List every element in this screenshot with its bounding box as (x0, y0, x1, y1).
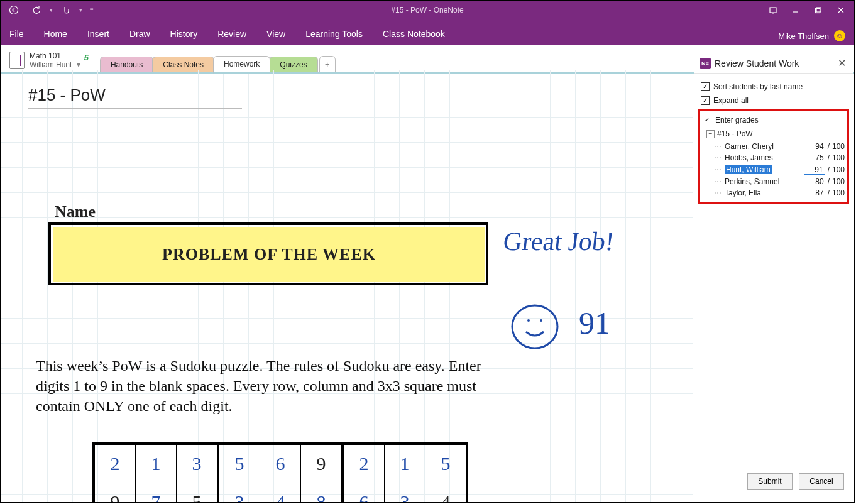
panel-title: Review Student Work (715, 58, 799, 68)
teacher-ink-message: Great Job! (502, 226, 615, 256)
restore-icon[interactable] (809, 3, 828, 18)
svg-rect-1 (770, 8, 776, 13)
teacher-ink-smile-icon (510, 302, 560, 352)
ribbon-tab-review[interactable]: Review (217, 29, 246, 39)
undo-icon[interactable] (27, 3, 46, 18)
student-row[interactable]: ⋯Hunt, William91/100 (714, 163, 845, 176)
checkbox-icon: ✓ (701, 82, 710, 91)
page-title[interactable]: #15 - PoW (28, 85, 106, 105)
grade-input[interactable]: 94 (805, 142, 825, 151)
sudoku-cell[interactable]: 5 (218, 444, 260, 483)
sudoku-cell[interactable]: 1 (136, 444, 177, 483)
grade-input[interactable]: 91 (804, 165, 825, 175)
touch-icon[interactable] (57, 3, 75, 18)
grade-max: 100 (832, 153, 845, 162)
tree-leaf-icon: ⋯ (714, 142, 722, 151)
student-name: Hunt, William (725, 165, 772, 174)
sudoku-cell[interactable]: 9 (94, 483, 136, 503)
teacher-ink-score: 91 (579, 305, 610, 341)
opt-enter-grades[interactable]: ✓ Enter grades (703, 113, 845, 127)
opt-expand-all-label: Expand all (713, 96, 749, 105)
ribbon-tab-draw[interactable]: Draw (129, 29, 150, 39)
sudoku-cell[interactable]: 6 (260, 444, 301, 483)
user-area[interactable]: Mike Tholfsen ☺ (778, 30, 845, 41)
grade-input[interactable]: 87 (805, 189, 825, 197)
grade-sep: / (828, 153, 830, 162)
page-canvas[interactable]: #15 - PoW Name PROBLEM OF THE WEEK This … (1, 70, 693, 502)
sudoku-cell[interactable]: 8 (301, 483, 343, 503)
user-name: Mike Tholfsen (778, 31, 829, 41)
svg-point-4 (512, 305, 557, 348)
cancel-button[interactable]: Cancel (799, 473, 844, 490)
close-icon[interactable] (831, 3, 850, 18)
sudoku-cell[interactable]: 1 (385, 444, 425, 483)
notebook-picker[interactable]: Math 101 William Hunt ▾ (9, 52, 80, 72)
checkbox-icon: ✓ (703, 116, 711, 124)
pow-instructions: This week’s PoW is a Sudoku puzzle. The … (36, 356, 488, 416)
page-title-rule (28, 108, 242, 109)
ribbon: FileHomeInsertDrawHistoryReviewViewLearn… (1, 19, 854, 45)
sudoku-cell[interactable]: 2 (94, 444, 136, 483)
back-icon[interactable] (4, 3, 23, 18)
ribbon-options-icon[interactable] (764, 3, 782, 18)
sudoku-cell[interactable]: 3 (218, 483, 260, 503)
grade-max: 100 (832, 165, 845, 174)
student-name: Perkins, Samuel (725, 177, 779, 186)
notebook-title: Math 101 (30, 52, 80, 60)
assignment-node[interactable]: − #15 - PoW (703, 127, 845, 141)
pow-header-box: PROBLEM OF THE WEEK (48, 222, 488, 285)
grade-max: 100 (832, 142, 845, 151)
student-row[interactable]: ⋯Taylor, Ella87/100 (714, 187, 845, 199)
opt-sort-last[interactable]: ✓ Sort students by last name (698, 80, 849, 94)
sudoku-cell[interactable]: 4 (260, 483, 301, 503)
sudoku-cell[interactable]: 6 (343, 483, 385, 503)
notebook-student: William Hunt (30, 60, 72, 69)
grade-max: 100 (832, 189, 845, 197)
tree-leaf-icon: ⋯ (714, 153, 722, 162)
student-row[interactable]: ⋯Hobbs, James75/100 (714, 152, 845, 163)
opt-enter-grades-label: Enter grades (715, 116, 759, 124)
student-row[interactable]: ⋯Garner, Cheryl94/100 (714, 141, 845, 152)
sudoku-cell[interactable]: 4 (425, 483, 468, 503)
window-title: #15 - PoW - OneNote (391, 6, 463, 14)
minimize-icon[interactable] (786, 3, 805, 18)
customize-qa-icon[interactable]: ≡ (90, 6, 94, 13)
sudoku-grid[interactable]: 213569215975348634861412792 (92, 442, 468, 502)
ribbon-tab-home[interactable]: Home (44, 29, 67, 39)
opt-sort-last-label: Sort students by last name (713, 82, 803, 91)
ribbon-tab-insert[interactable]: Insert (87, 29, 109, 39)
grade-input[interactable]: 75 (805, 153, 825, 162)
add-section-button[interactable]: + (319, 56, 336, 72)
grade-sep: / (828, 142, 830, 151)
tree-leaf-icon: ⋯ (714, 177, 722, 186)
sudoku-cell[interactable]: 9 (301, 444, 343, 483)
tree-leaf-icon: ⋯ (714, 189, 722, 197)
submit-button[interactable]: Submit (747, 473, 793, 490)
grade-sep: / (828, 177, 830, 186)
feedback-smile-icon[interactable]: ☺ (834, 30, 845, 41)
grade-sep: / (828, 189, 830, 197)
ribbon-tab-view[interactable]: View (266, 29, 285, 39)
ribbon-tab-file[interactable]: File (9, 29, 24, 39)
grade-input[interactable]: 80 (805, 177, 825, 186)
checkbox-icon: ✓ (701, 96, 710, 105)
ribbon-tab-history[interactable]: History (170, 29, 198, 39)
ribbon-tab-learning-tools[interactable]: Learning Tools (305, 29, 363, 39)
sudoku-cell[interactable]: 3 (385, 483, 425, 503)
opt-expand-all[interactable]: ✓ Expand all (698, 94, 849, 107)
ribbon-tab-class-notebook[interactable]: Class Notebook (383, 29, 445, 39)
sudoku-cell[interactable]: 3 (177, 444, 219, 483)
sudoku-cell[interactable]: 5 (425, 444, 468, 483)
sudoku-cell[interactable]: 5 (177, 483, 219, 503)
panel-close-icon[interactable]: ✕ (835, 57, 848, 69)
chevron-down-icon[interactable]: ▾ (74, 60, 80, 69)
section-tab-homework[interactable]: Homework (213, 56, 270, 74)
undo-dropdown-icon[interactable]: ▾ (50, 7, 53, 13)
touch-dropdown-icon[interactable]: ▾ (79, 7, 82, 13)
collapse-icon[interactable]: − (706, 130, 715, 138)
sudoku-cell[interactable]: 7 (136, 483, 177, 503)
nav-forward-badge[interactable]: 5 (84, 53, 89, 62)
student-row[interactable]: ⋯Perkins, Samuel80/100 (714, 176, 845, 187)
sudoku-cell[interactable]: 2 (343, 444, 385, 483)
tree-leaf-icon: ⋯ (714, 165, 722, 174)
